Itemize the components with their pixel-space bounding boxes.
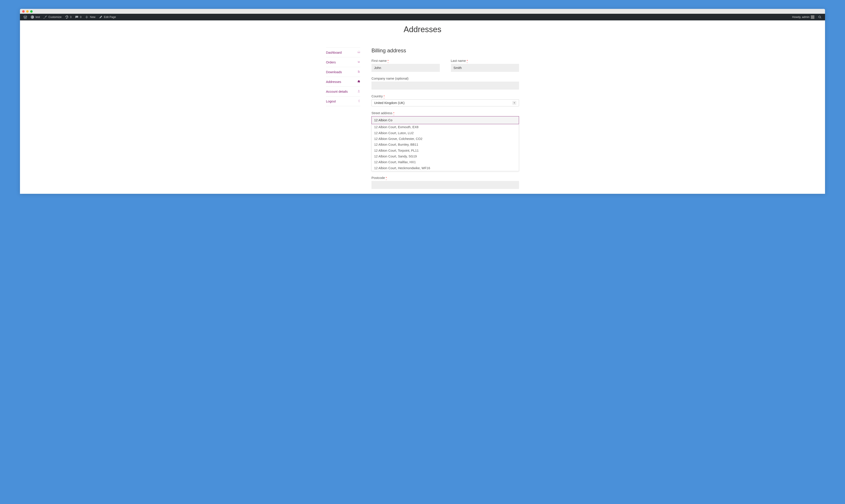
autocomplete-option[interactable]: 12 Albion Grove, Colchester, CO2 xyxy=(372,136,519,142)
new-text: New xyxy=(90,16,95,19)
comments-link[interactable]: 0 xyxy=(73,14,83,20)
company-field[interactable] xyxy=(371,82,519,90)
sidebar-item-addresses[interactable]: Addresses xyxy=(326,77,360,87)
avatar-icon xyxy=(811,15,814,19)
sidebar-item-label: Account details xyxy=(326,90,348,93)
sidebar-item-account-details[interactable]: Account details xyxy=(326,87,360,96)
sidebar-item-logout[interactable]: Logout xyxy=(326,96,360,106)
sidebar-item-label: Downloads xyxy=(326,70,342,74)
home-icon xyxy=(357,80,360,84)
form-title: Billing address xyxy=(371,48,519,54)
sidebar-item-dashboard[interactable]: Dashboard xyxy=(326,48,360,57)
close-window-icon[interactable] xyxy=(22,10,24,13)
basket-icon xyxy=(357,60,360,64)
dashboard-icon xyxy=(357,51,360,54)
first-name-label: First name * xyxy=(371,59,440,62)
country-value: United Kingdom (UK) xyxy=(374,101,405,105)
pencil-icon xyxy=(99,15,103,19)
site-name-text: test xyxy=(35,16,40,19)
postcode-field[interactable] xyxy=(371,181,519,189)
howdy-account-link[interactable]: Howdy, admin xyxy=(790,14,816,20)
last-name-field[interactable] xyxy=(451,64,519,72)
autocomplete-option[interactable]: 12 Albion Court, Heckmondwike, WF16 xyxy=(372,165,519,171)
sidebar-item-label: Addresses xyxy=(326,80,341,84)
wp-admin-bar: test Customize 3 0 New Edit Page xyxy=(20,14,825,20)
page-title: Addresses xyxy=(20,25,825,34)
comments-icon xyxy=(75,15,78,19)
country-label: Country * xyxy=(371,94,519,98)
updates-link[interactable]: 3 xyxy=(63,14,73,20)
edit-page-link[interactable]: Edit Page xyxy=(97,14,118,20)
autocomplete-option[interactable]: 12 Albion Court, Burnley, BB11 xyxy=(372,142,519,147)
wordpress-icon xyxy=(23,15,27,19)
autocomplete-option[interactable]: 12 Albion Court, Sandy, SG19 xyxy=(372,154,519,159)
paintbrush-icon xyxy=(43,15,47,19)
postcode-label: Postcode * xyxy=(371,176,519,180)
plus-icon xyxy=(85,15,89,19)
sidebar-item-orders[interactable]: Orders xyxy=(326,57,360,67)
last-name-label: Last name * xyxy=(451,59,519,62)
sidebar-item-label: Logout xyxy=(326,100,336,103)
autocomplete-option[interactable]: 12 Albion Court, Halifax, HX1 xyxy=(372,159,519,165)
window-titlebar xyxy=(20,9,825,14)
chevron-down-icon: ▼ xyxy=(512,101,516,105)
edit-page-text: Edit Page xyxy=(104,16,116,19)
street-address-field[interactable] xyxy=(371,116,519,124)
site-name-link[interactable]: test xyxy=(29,14,42,20)
required-indicator: * xyxy=(384,95,385,98)
maximize-window-icon[interactable] xyxy=(30,10,33,13)
address-autocomplete-dropdown: 12 Albion Court, Exmouth, EX8 12 Albion … xyxy=(371,124,519,171)
search-toggle[interactable] xyxy=(816,14,823,20)
autocomplete-option[interactable]: 12 Albion Court, Exmouth, EX8 xyxy=(372,124,519,130)
autocomplete-option[interactable]: 12 Albion Court, Torpoint, PL11 xyxy=(372,148,519,154)
required-indicator: * xyxy=(386,177,387,180)
country-select[interactable]: United Kingdom (UK) ▼ xyxy=(371,99,519,106)
minimize-window-icon[interactable] xyxy=(26,10,29,13)
search-icon xyxy=(818,15,822,19)
customize-text: Customize xyxy=(48,16,61,19)
required-indicator: * xyxy=(466,59,468,63)
updates-icon xyxy=(65,15,69,19)
sidebar-item-label: Dashboard xyxy=(326,51,342,54)
browser-window: test Customize 3 0 New Edit Page xyxy=(20,9,825,194)
first-name-field[interactable] xyxy=(371,64,440,72)
logout-icon xyxy=(357,99,360,103)
wp-logo[interactable] xyxy=(22,14,29,20)
dashboard-icon xyxy=(31,15,34,19)
updates-count: 3 xyxy=(70,16,71,19)
sidebar-item-label: Orders xyxy=(326,60,336,64)
customize-link[interactable]: Customize xyxy=(42,14,63,20)
user-icon xyxy=(357,90,360,93)
company-label: Company name (optional) xyxy=(371,77,519,80)
new-content-link[interactable]: New xyxy=(83,14,97,20)
required-indicator: * xyxy=(388,59,389,63)
howdy-text: Howdy, admin xyxy=(792,16,810,19)
sidebar-item-downloads[interactable]: Downloads xyxy=(326,67,360,77)
comments-count: 0 xyxy=(80,16,82,19)
file-icon xyxy=(357,70,360,74)
autocomplete-option[interactable]: 12 Albion Court, Luton, LU2 xyxy=(372,130,519,136)
street-address-label: Street address * xyxy=(371,111,519,115)
required-indicator: * xyxy=(393,112,394,115)
account-nav: Dashboard Orders Downloads xyxy=(326,48,360,194)
